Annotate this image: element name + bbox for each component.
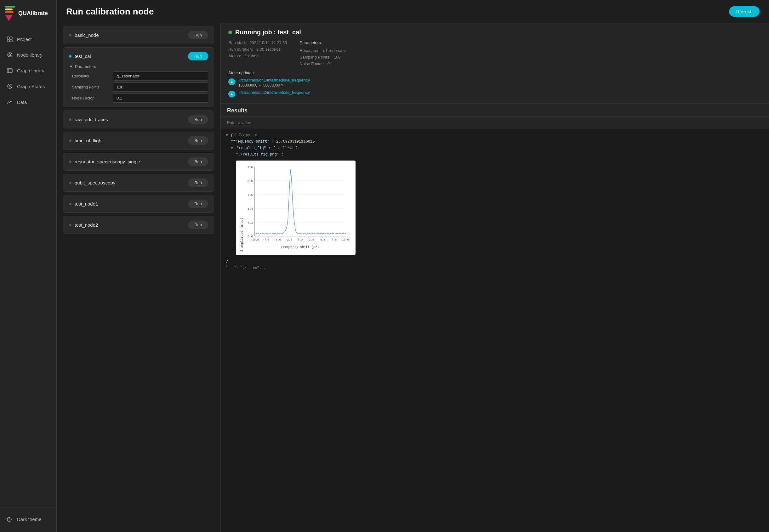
state-update-content-ch1: #/channels/ch1/intermediate_frequency 10… — [238, 78, 310, 88]
results-header: Results — [221, 104, 769, 117]
sidebar-item-project[interactable]: Project — [0, 31, 56, 47]
node-name-text-raw-adc: raw_adc_traces — [75, 117, 108, 122]
param-input-resonator[interactable] — [113, 71, 208, 81]
job-details: Run start: 2024/10/11 14:21:59 Run durat… — [228, 40, 761, 66]
svg-text:0.8: 0.8 — [248, 180, 253, 183]
json-line-root: ▼ { 3 Items ⧉ — [226, 132, 764, 139]
state-arrow-ch1: ▲ — [228, 78, 235, 85]
right-panel: Running job : test_cal Run start: 2024/1… — [220, 23, 769, 532]
param-label-resonator: Resonator: — [72, 74, 110, 78]
run-duration-value: 9.00 seconds — [256, 47, 280, 52]
refresh-button[interactable]: Refresh — [729, 6, 760, 17]
status-label: Status: — [228, 54, 241, 58]
state-updates-header: State updates: — [228, 71, 761, 75]
node-dot-raw-adc — [69, 118, 71, 121]
run-button-tof[interactable]: Run — [188, 136, 208, 145]
sidebar-item-project-label: Project — [17, 37, 32, 42]
project-icon — [6, 36, 13, 42]
param-input-noise[interactable] — [113, 93, 208, 103]
svg-rect-8 — [7, 69, 12, 72]
sidebar-item-graph-status[interactable]: Graph Status — [0, 78, 56, 94]
svg-text:-5.0: -5.0 — [274, 238, 281, 241]
param-noise-row: Noise Factor: 0.1 — [299, 61, 346, 66]
node-dot-tof — [69, 139, 71, 142]
run-duration-row: Run duration: 9.00 seconds — [228, 47, 287, 52]
state-value-ch1: 100000000 → 50000000 ✎ — [238, 83, 310, 88]
run-duration-label: Run duration: — [228, 47, 253, 52]
job-right: Parameters: Resonator: q1.resonator Samp… — [299, 40, 346, 66]
param-row-resonator: Resonator: — [72, 71, 208, 81]
svg-text:Signal amplitude (a.u.): Signal amplitude (a.u.) — [240, 218, 244, 252]
chart-container: 0.0 0.2 0.4 0.6 0.8 1.0 -10.0 -7.5 -5.0 … — [236, 161, 355, 255]
node-name-test1: test_node1 — [69, 201, 98, 207]
json-items-count: 3 Items — [234, 132, 250, 139]
json-collapse-root[interactable]: ▼ — [226, 132, 228, 139]
json-collapse-fig[interactable]: ▼ — [231, 146, 233, 150]
node-dot-test2 — [69, 224, 71, 226]
json-key-results-fig: "results_fig" — [236, 146, 266, 150]
node-card-resonator: resonator_spectroscopy_single Run — [63, 153, 214, 171]
run-button-test1[interactable]: Run — [188, 200, 208, 208]
param-noise-label: Noise Factor: — [299, 61, 324, 66]
json-frequency-shift: "frequency_shift" : 2.769233191116815 — [226, 139, 764, 145]
json-fig-path: "./results_fig.png" : — [226, 151, 764, 158]
run-button-qubit[interactable]: Run — [188, 178, 208, 187]
state-update-ch1: ▲ #/channels/ch1/intermediate_frequency … — [228, 78, 761, 88]
node-card-header-test1: test_node1 Run — [69, 200, 208, 208]
sidebar: QUAlibrate Project — [0, 0, 57, 532]
node-name-tof: time_of_flight — [69, 138, 103, 143]
dark-theme-toggle[interactable]: Dark theme — [6, 512, 50, 526]
json-truncated: "___": "./___b5"... — [226, 265, 764, 271]
node-card-test-node1: test_node1 Run — [63, 195, 214, 213]
node-dot-test1 — [69, 203, 71, 205]
json-key-frequency: "frequency_shift" — [231, 139, 269, 144]
svg-text:0.2: 0.2 — [248, 221, 253, 224]
node-name-text: basic_node — [75, 32, 99, 38]
params-toggle[interactable]: ▼ Parameters — [69, 64, 208, 69]
page-header: Run calibration node Refresh — [57, 0, 769, 23]
results-json: ▼ { 3 Items ⧉ "frequency_shift" : 2.7692… — [221, 128, 769, 532]
run-button-test2[interactable]: Run — [188, 221, 208, 229]
dark-theme-label: Dark theme — [17, 517, 42, 522]
sidebar-item-data[interactable]: Data — [0, 94, 56, 110]
svg-text:Frequency shift (Hz): Frequency shift (Hz) — [281, 246, 319, 249]
data-icon — [6, 99, 13, 105]
param-input-sampling[interactable] — [113, 82, 208, 92]
svg-text:-10.0: -10.0 — [250, 238, 259, 241]
run-button-test-cal[interactable]: Run — [188, 52, 208, 60]
svg-text:2.5: 2.5 — [309, 238, 314, 241]
results-panel: Results ▼ { 3 Items ⧉ "frequency_shift" … — [221, 104, 769, 532]
run-button-basic-node[interactable]: Run — [188, 31, 208, 39]
run-button-resonator[interactable]: Run — [188, 157, 208, 166]
node-card-test-cal: test_cal Run ▼ Parameters Resonator: — [63, 47, 214, 107]
node-name-text-test2: test_node2 — [75, 222, 98, 228]
sidebar-bottom: Dark theme — [0, 507, 56, 532]
state-arrow-ch2: ▲ — [228, 91, 235, 98]
sidebar-item-node-library[interactable]: Node library — [0, 47, 56, 63]
run-button-raw-adc[interactable]: Run — [188, 115, 208, 124]
app-title: QUAlibrate — [18, 10, 48, 17]
param-sampling-value: 100 — [334, 55, 341, 59]
svg-text:10.0: 10.0 — [342, 238, 349, 241]
sidebar-item-data-label: Data — [17, 99, 27, 105]
param-row-sampling: Sampling Points: — [72, 82, 208, 92]
node-card-header-tof: time_of_flight Run — [69, 136, 208, 145]
node-dot-resonator — [69, 161, 71, 163]
node-list: basic_node Run test_cal Run ▼ — [57, 23, 220, 532]
results-search — [221, 117, 769, 128]
run-start-value: 2024/10/11 14:21:59 — [249, 40, 287, 45]
results-search-input[interactable] — [227, 120, 763, 125]
node-card-time-of-flight: time_of_flight Run — [63, 132, 214, 150]
state-updates: State updates: ▲ #/channels/ch1/intermed… — [228, 71, 761, 98]
copy-icon[interactable]: ⧉ — [255, 132, 257, 139]
graph-status-icon — [6, 83, 13, 90]
logo-icon — [5, 6, 15, 21]
svg-point-11 — [8, 84, 12, 88]
page-title: Run calibration node — [66, 7, 154, 17]
json-brace-open: { — [230, 132, 233, 139]
node-library-icon — [6, 51, 13, 58]
state-update-ch2: ▲ #/channels/ch2/intermediate_frequency — [228, 90, 761, 98]
param-label-noise: Noise Factor: — [72, 96, 110, 100]
node-name-raw-adc: raw_adc_traces — [69, 117, 108, 122]
sidebar-item-graph-library[interactable]: Graph library — [0, 63, 56, 78]
